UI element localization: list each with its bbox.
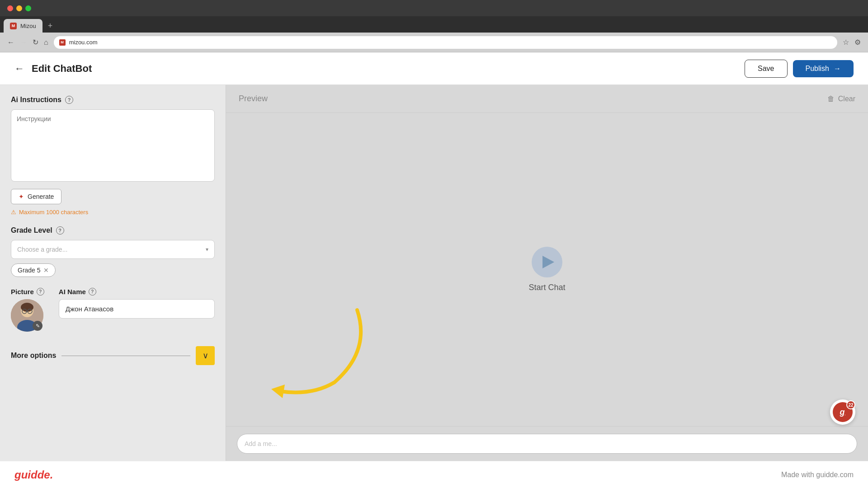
max-chars-label: Maximum 1000 characters: [19, 209, 88, 216]
more-options-row: More options ∨: [11, 346, 215, 365]
ai-instructions-textarea[interactable]: [11, 109, 215, 182]
header-right: Save Publish →: [745, 60, 854, 78]
picture-label: Picture: [11, 288, 34, 296]
message-input-fake[interactable]: Add a me...: [237, 434, 857, 454]
picture-ai-row: Picture ?: [11, 288, 215, 332]
publish-button[interactable]: Publish →: [793, 60, 854, 77]
message-placeholder: Add a me...: [245, 440, 277, 447]
traffic-red[interactable]: [7, 5, 13, 11]
avatar-wrapper[interactable]: ✎: [11, 299, 43, 332]
back-button[interactable]: ←: [14, 63, 24, 75]
picture-help-icon[interactable]: ?: [37, 288, 44, 296]
play-triangle-icon: [542, 256, 554, 268]
tab-mizou[interactable]: M Mizou: [4, 19, 42, 33]
preview-header: Preview 🗑 Clear: [226, 85, 868, 113]
url-text: mizou.com: [69, 39, 98, 46]
app-header: ← Edit ChatBot Save Publish →: [0, 52, 868, 85]
tab-new[interactable]: +: [44, 21, 57, 33]
play-button-circle: [532, 247, 562, 277]
start-chat-label: Start Chat: [528, 283, 565, 292]
ai-instructions-label: Ai Instructions: [11, 96, 61, 104]
header-left: ← Edit ChatBot: [14, 63, 92, 75]
warning-icon: ⚠: [11, 209, 16, 216]
g2-letter: g: [840, 408, 844, 417]
max-chars-notice: ⚠ Maximum 1000 characters: [11, 209, 215, 216]
browser-chrome: [0, 0, 868, 16]
grade-tag-remove-icon[interactable]: ✕: [43, 267, 49, 274]
traffic-yellow[interactable]: [16, 5, 22, 11]
picture-label-row: Picture ?: [11, 288, 44, 296]
ai-instructions-header: Ai Instructions ?: [11, 96, 215, 104]
g2-dot: .: [844, 412, 845, 416]
g2-inner: g . 22: [833, 402, 853, 422]
preview-message-bar: Add a me...: [226, 426, 868, 461]
ai-instructions-section: Ai Instructions ? ✦ Generate ⚠ Maximum 1…: [11, 96, 215, 216]
publish-arrow-icon: →: [834, 65, 841, 73]
preview-content: Start Chat: [226, 113, 868, 426]
nav-bar: ← → ↻ ⌂ M mizou.com ☆ ⚙: [0, 33, 868, 52]
g2-badge[interactable]: g . 22: [830, 399, 855, 425]
tab-bar: M Mizou +: [0, 16, 868, 33]
save-button[interactable]: Save: [745, 60, 787, 78]
right-panel: Preview 🗑 Clear Start Chat: [226, 85, 868, 461]
tab-m-icon: M: [10, 23, 17, 29]
nav-forward[interactable]: →: [20, 38, 27, 47]
grade-level-help-icon[interactable]: ?: [56, 226, 64, 235]
ai-name-help-icon[interactable]: ?: [89, 288, 96, 296]
more-options-divider: [61, 356, 190, 356]
main-content: Ai Instructions ? ✦ Generate ⚠ Maximum 1…: [0, 85, 868, 461]
traffic-green[interactable]: [25, 5, 31, 11]
chevron-down-icon: ∨: [203, 351, 208, 361]
nav-extension[interactable]: ⚙: [854, 38, 861, 47]
picture-section: Picture ?: [11, 288, 44, 332]
url-m-icon: M: [59, 39, 66, 46]
grade-tag[interactable]: Grade 5 ✕: [11, 263, 56, 277]
guidde-footer: guidde. Made with guidde.com: [0, 461, 868, 488]
made-with-text: Made with guidde.com: [781, 471, 854, 479]
ai-instructions-help-icon[interactable]: ?: [65, 96, 73, 104]
generate-label: Generate: [28, 193, 54, 200]
avatar-edit-icon[interactable]: ✎: [33, 321, 42, 331]
grade-level-header: Grade Level ?: [11, 226, 215, 235]
grade-select[interactable]: [11, 240, 215, 259]
nav-back[interactable]: ←: [7, 38, 14, 47]
left-panel: Ai Instructions ? ✦ Generate ⚠ Maximum 1…: [0, 85, 226, 461]
page-title: Edit ChatBot: [32, 63, 92, 75]
nav-star[interactable]: ☆: [843, 38, 849, 47]
traffic-lights: [7, 5, 31, 11]
ai-name-label: AI Name: [59, 288, 86, 296]
ai-name-label-row: AI Name ?: [59, 288, 215, 296]
g2-count-badge: 22: [846, 400, 855, 409]
generate-button[interactable]: ✦ Generate: [11, 189, 61, 204]
grade-tag-label: Grade 5: [18, 267, 41, 274]
clear-button[interactable]: 🗑 Clear: [827, 95, 855, 103]
ai-name-section: AI Name ?: [59, 288, 215, 319]
nav-reload[interactable]: ↻: [33, 38, 38, 47]
preview-title: Preview: [239, 94, 268, 103]
start-chat-button[interactable]: Start Chat: [528, 247, 565, 292]
more-options-label: More options: [11, 352, 56, 360]
tab-title: Mizou: [20, 23, 36, 29]
nav-url-bar[interactable]: M mizou.com: [54, 36, 837, 49]
grade-level-label: Grade Level: [11, 226, 52, 235]
publish-label: Publish: [806, 65, 829, 73]
trash-icon: 🗑: [827, 95, 835, 103]
generate-spark-icon: ✦: [19, 193, 24, 200]
guidde-logo: guidde.: [14, 469, 53, 481]
grade-level-section: Grade Level ? Choose a grade... ▾ Grade …: [11, 226, 215, 277]
clear-label: Clear: [838, 95, 855, 103]
more-options-chevron-button[interactable]: ∨: [196, 346, 215, 365]
nav-home[interactable]: ⌂: [44, 38, 48, 47]
ai-name-input[interactable]: [59, 299, 215, 319]
